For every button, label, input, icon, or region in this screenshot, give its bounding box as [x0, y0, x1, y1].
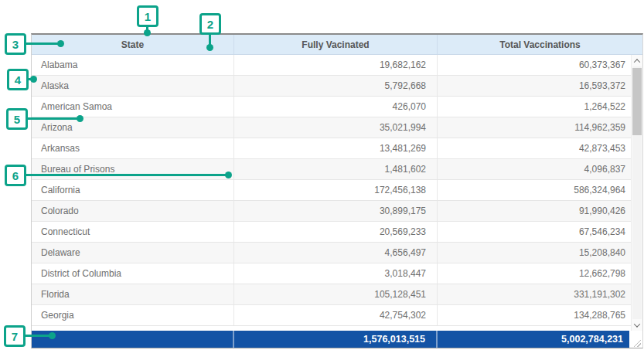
table-row[interactable]: Georgia42,754,302134,288,765	[32, 305, 642, 326]
state-cell: Arizona	[32, 117, 234, 138]
total-vaccinations-cell: 586,324,964	[438, 180, 642, 200]
callout-3-badge: 3	[5, 33, 26, 55]
total-vaccinations-cell: 12,662,798	[438, 263, 642, 284]
fully-vaccinated-cell: 1,481,602	[234, 159, 438, 179]
fully-vaccinated-cell: 19,682,162	[234, 55, 438, 75]
callout-5-dot	[77, 115, 83, 122]
total-vaccinations-cell: 4,096,837	[438, 159, 642, 179]
fully-vaccinated-cell: 426,070	[234, 97, 438, 117]
state-cell: Arkansas	[32, 138, 234, 158]
fully-vaccinated-cell: 3,018,447	[234, 263, 438, 284]
scroll-up-button[interactable]	[632, 55, 642, 66]
total-vaccinations-cell: 67,546,234	[438, 222, 642, 242]
table-row[interactable]: American Samoa426,0701,264,522	[32, 97, 642, 117]
totals-total-vaccinations: 5,002,784,231	[438, 331, 629, 348]
total-vaccinations-cell: 16,593,372	[438, 76, 642, 96]
callout-2-badge: 2	[199, 13, 221, 35]
total-vaccinations-cell: 42,873,453	[438, 138, 642, 158]
fully-vaccinated-cell: 20,569,233	[234, 222, 438, 242]
table-header-row: State Fully Vacinated Total Vaccinations	[32, 35, 642, 55]
scroll-down-button[interactable]	[632, 319, 642, 331]
callout-6-connector	[26, 174, 227, 176]
table-body: Alabama19,682,16260,373,367Alaska5,792,6…	[32, 55, 642, 331]
callout-5-connector	[28, 117, 78, 120]
callout-6-badge: 6	[5, 165, 26, 186]
state-cell: Georgia	[32, 305, 234, 325]
state-cell: Connecticut	[32, 222, 234, 242]
table-row[interactable]: Alabama19,682,16260,373,367	[32, 55, 642, 76]
table-row[interactable]: Connecticut20,569,23367,546,234	[32, 222, 642, 243]
state-cell: California	[32, 180, 234, 200]
chevron-up-icon	[634, 59, 640, 65]
totals-state-cell	[32, 331, 234, 348]
table-row[interactable]: District of Columbia3,018,44712,662,798	[32, 263, 642, 284]
callout-4-dot	[30, 76, 37, 83]
column-header-total-vaccinations: Total Vaccinations	[438, 35, 642, 54]
callout-7-connector	[26, 335, 50, 337]
table-row[interactable]: Bureau of Prisons1,481,6024,096,837	[32, 159, 642, 180]
fully-vaccinated-cell: 172,456,138	[234, 180, 438, 200]
table-row[interactable]: Colorado30,899,17591,990,426	[32, 201, 642, 222]
callout-1-dot	[144, 29, 151, 36]
total-vaccinations-cell: 15,208,840	[438, 243, 642, 263]
fully-vaccinated-cell: 105,128,451	[234, 284, 438, 304]
fully-vaccinated-cell: 4,656,497	[234, 243, 438, 263]
resize-grip-icon[interactable]	[634, 340, 641, 347]
fully-vaccinated-cell: 35,021,994	[234, 117, 438, 138]
total-vaccinations-cell: 331,191,302	[438, 284, 642, 304]
callout-4-badge: 4	[7, 69, 29, 90]
column-header-fully-vaccinated: Fully Vacinated	[234, 35, 438, 54]
table-row[interactable]: Florida105,128,451331,191,302	[32, 284, 642, 305]
state-cell: Bureau of Prisons	[32, 159, 234, 179]
state-cell: Colorado	[32, 201, 234, 221]
dashboard-table-screenshot: State Fully Vacinated Total Vaccinations…	[0, 0, 644, 350]
vertical-scrollbar[interactable]	[631, 55, 642, 331]
state-cell: Alaska	[32, 76, 234, 96]
callout-7-badge: 7	[4, 325, 26, 347]
table-row[interactable]: Delaware4,656,49715,208,840	[32, 243, 642, 263]
fully-vaccinated-cell: 30,899,175	[234, 201, 438, 221]
table-row[interactable]: Arizona35,021,994114,962,359	[32, 117, 642, 138]
state-cell: District of Columbia	[32, 263, 234, 284]
fully-vaccinated-cell: 5,792,668	[234, 76, 438, 96]
table-row[interactable]: Alaska5,792,66816,593,372	[32, 76, 642, 97]
total-vaccinations-cell: 1,264,522	[438, 97, 642, 117]
fully-vaccinated-cell: 42,754,302	[234, 305, 438, 325]
callout-3-dot	[57, 40, 64, 47]
chevron-down-icon	[634, 321, 640, 327]
callout-6-dot	[225, 172, 232, 178]
table-row[interactable]: Arkansas13,481,26942,873,453	[32, 138, 642, 159]
callout-2-dot	[206, 44, 213, 51]
table-footer: 1,576,013,515 5,002,784,231	[32, 331, 642, 348]
callout-1-badge: 1	[137, 5, 158, 27]
total-vaccinations-cell: 134,288,765	[438, 305, 642, 325]
state-cell: American Samoa	[32, 97, 234, 117]
table-row[interactable]: California172,456,138586,324,964	[32, 180, 642, 201]
callout-5-badge: 5	[6, 108, 28, 130]
state-cell: Alabama	[32, 55, 234, 75]
scrollbar-thumb[interactable]	[632, 68, 642, 135]
totals-fully-vaccinated: 1,576,013,515	[234, 331, 438, 348]
callout-7-dot	[49, 332, 56, 339]
vaccination-table: State Fully Vacinated Total Vaccinations…	[31, 33, 643, 348]
total-vaccinations-cell: 60,373,367	[438, 55, 642, 75]
totals-row: 1,576,013,515 5,002,784,231	[32, 331, 629, 348]
total-vaccinations-cell: 91,990,426	[438, 201, 642, 221]
fully-vaccinated-cell: 13,481,269	[234, 138, 438, 158]
callout-3-connector	[26, 42, 58, 45]
state-cell: Florida	[32, 284, 234, 304]
total-vaccinations-cell: 114,962,359	[438, 117, 642, 138]
state-cell: Delaware	[32, 243, 234, 263]
